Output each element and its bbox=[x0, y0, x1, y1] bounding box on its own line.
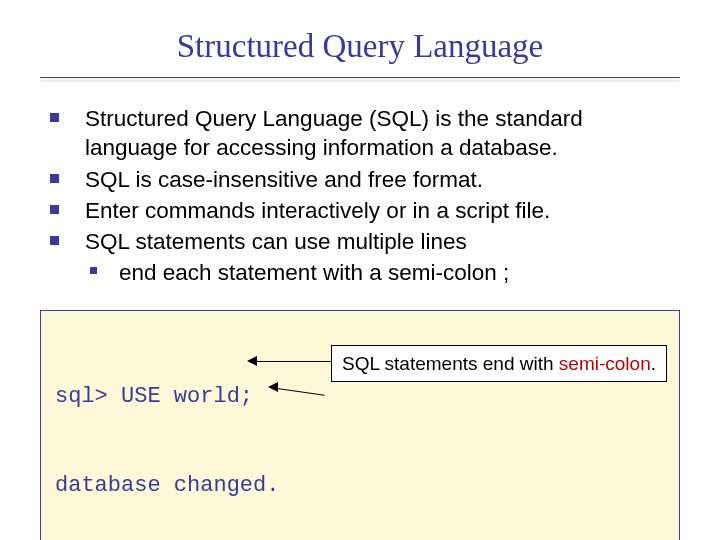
callout-suffix: . bbox=[651, 353, 656, 374]
callout-highlight: semi-colon bbox=[559, 353, 651, 374]
callout-box: SQL statements end with semi-colon. bbox=[331, 345, 667, 383]
bullet-text: SQL statements can use multiple lines bbox=[85, 227, 680, 256]
code-line: database changed. bbox=[55, 471, 665, 501]
slide: Structured Query Language Structured Que… bbox=[0, 0, 720, 540]
bullet-square-icon bbox=[50, 113, 59, 122]
sub-bullet-text: end each statement with a semi-colon ; bbox=[119, 258, 680, 287]
callout-text: SQL statements end with bbox=[342, 353, 559, 374]
slide-title: Structured Query Language bbox=[40, 28, 680, 77]
callout-arrowhead-icon bbox=[247, 356, 257, 366]
callout-arrowhead-icon bbox=[268, 382, 278, 392]
bullet-item: Enter commands interactively or in a scr… bbox=[50, 196, 680, 225]
code-line: sql> USE world; bbox=[55, 382, 665, 412]
bullet-item: SQL is case-insensitive and free format. bbox=[50, 165, 680, 194]
bullet-text: Structured Query Language (SQL) is the s… bbox=[85, 104, 680, 163]
bullet-square-icon bbox=[50, 174, 59, 183]
bullet-square-icon bbox=[50, 205, 59, 214]
bullet-square-icon bbox=[50, 236, 59, 245]
bullet-item: Structured Query Language (SQL) is the s… bbox=[50, 104, 680, 163]
sub-bullet-item: end each statement with a semi-colon ; bbox=[50, 258, 680, 287]
bullet-square-small-icon bbox=[90, 267, 97, 274]
bullet-text: Enter commands interactively or in a scr… bbox=[85, 196, 680, 225]
bullet-item: SQL statements can use multiple lines bbox=[50, 227, 680, 256]
callout-arrow bbox=[256, 361, 331, 362]
title-underline bbox=[40, 77, 680, 78]
bullet-list: Structured Query Language (SQL) is the s… bbox=[50, 104, 680, 288]
bullet-text: SQL is case-insensitive and free format. bbox=[85, 165, 680, 194]
code-box: sql> USE world; database changed. sql> S… bbox=[40, 310, 680, 541]
